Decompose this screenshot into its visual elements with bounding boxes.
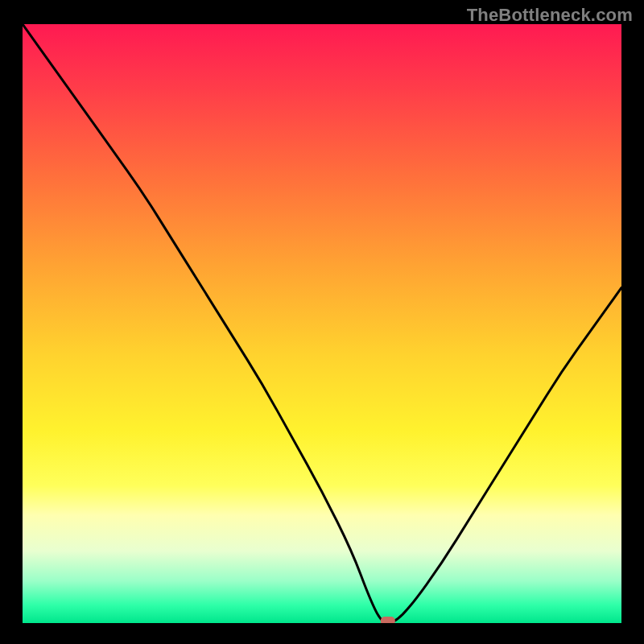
watermark-text: TheBottleneck.com: [467, 5, 633, 26]
chart-container: TheBottleneck.com: [0, 0, 644, 644]
optimum-marker: [381, 617, 395, 623]
bottleneck-curve: [23, 24, 621, 623]
chart-svg: [23, 24, 621, 623]
plot-area: [23, 24, 621, 623]
